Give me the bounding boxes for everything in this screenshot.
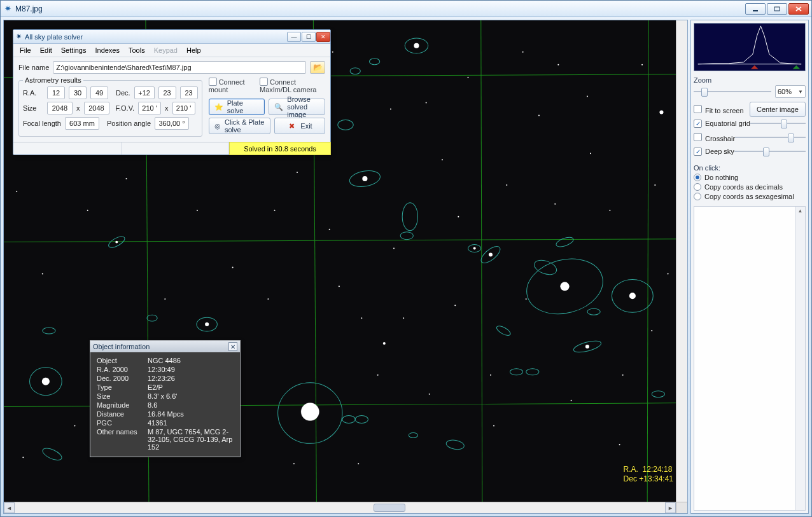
file-name-field[interactable]: Z:\giovannibenintende\Shared\Test\M87.jp… — [53, 61, 306, 74]
pos-angle-field[interactable]: 360,00 ° — [155, 117, 189, 130]
maximize-button[interactable] — [767, 3, 787, 15]
svg-point-104 — [393, 248, 395, 249]
svg-line-7 — [4, 239, 687, 242]
ra-label: R.A. — [23, 89, 43, 97]
deepsky-slider[interactable] — [734, 146, 806, 157]
menu-help[interactable]: Help — [183, 45, 205, 55]
object-info-titlebar[interactable]: Object information ✕ — [90, 341, 240, 352]
browse-solved-button[interactable]: 🔍 Browse solved image — [269, 99, 325, 115]
svg-point-49 — [585, 345, 589, 348]
info-scrollbar[interactable]: ▲ — [795, 207, 805, 510]
minimize-button[interactable] — [745, 3, 766, 15]
svg-point-69 — [506, 184, 507, 186]
histogram[interactable] — [694, 23, 806, 71]
zoom-combobox[interactable]: 60%▼ — [775, 85, 806, 98]
eqgrid-slider[interactable] — [750, 118, 806, 129]
svg-point-23 — [43, 327, 55, 334]
menu-file[interactable]: File — [16, 45, 35, 55]
menu-settings[interactable]: Settings — [57, 45, 90, 55]
plate-solve-button[interactable]: ⭐ Plate solve — [209, 99, 265, 115]
connect-maxim-checkbox[interactable]: Connect MaxIm/DL camera — [260, 78, 325, 93]
svg-point-74 — [668, 273, 669, 274]
deepsky-checkbox[interactable]: Deep sky — [694, 148, 734, 156]
menu-tools[interactable]: Tools — [125, 45, 149, 55]
focal-length-field[interactable]: 603 mm — [65, 117, 99, 130]
horizontal-scrollbar[interactable]: ◄ ► — [4, 502, 676, 513]
svg-marker-116 — [751, 65, 759, 69]
svg-rect-0 — [753, 10, 758, 11]
svg-point-16 — [400, 232, 413, 240]
vertical-scrollbar[interactable] — [676, 20, 687, 502]
solver-menu: File Edit Settings Indexes Tools Keypad … — [13, 44, 330, 57]
obj-info-value: NGC 4486 — [144, 356, 237, 365]
fov-h-field[interactable]: 210 ' — [172, 102, 195, 114]
onclick-do-nothing-radio[interactable]: Do nothing — [694, 174, 738, 181]
onclick-decimals-radio[interactable]: Copy coords as decimals — [694, 183, 783, 191]
svg-point-27 — [526, 369, 539, 375]
zoom-label: Zoom — [694, 76, 806, 84]
info-textbox[interactable]: ▲ — [694, 206, 806, 511]
table-row: Dec. 200012:23:26 — [93, 374, 237, 383]
app-window: ✷ M87.jpg — [0, 0, 812, 517]
menu-edit[interactable]: Edit — [36, 45, 56, 55]
obj-info-value: 41361 — [144, 418, 237, 427]
crosshair-slider[interactable] — [735, 132, 806, 143]
center-image-button[interactable]: Center image — [750, 102, 806, 117]
table-row: R.A. 200012:30:49 — [93, 365, 237, 374]
svg-point-54 — [383, 342, 386, 345]
dec-d-field[interactable]: +12 — [134, 86, 155, 99]
window-title: M87.jpg — [15, 4, 43, 13]
svg-point-36 — [147, 315, 157, 321]
close-button[interactable] — [788, 3, 809, 15]
fov-label: F.O.V. — [116, 104, 135, 112]
svg-point-51 — [115, 241, 118, 244]
browse-file-button[interactable]: 📂 — [310, 61, 325, 74]
menu-indexes[interactable]: Indexes — [91, 45, 123, 55]
svg-point-93 — [654, 184, 655, 186]
svg-point-41 — [301, 403, 319, 421]
svg-point-29 — [587, 308, 600, 315]
app-icon: ✷ — [4, 4, 11, 13]
fov-w-field[interactable]: 210 ' — [138, 102, 161, 114]
object-info-close-button[interactable]: ✕ — [228, 342, 237, 351]
solver-close-button[interactable]: ✕ — [316, 32, 330, 42]
onclick-sexagesimal-radio[interactable]: Copy coords as sexagesimal — [694, 193, 794, 200]
obj-info-key: Type — [93, 383, 144, 392]
size-label: Size — [23, 104, 43, 112]
focal-label: Focal length — [23, 120, 61, 127]
ra-h-field[interactable]: 12 — [47, 86, 65, 99]
scroll-thumb[interactable] — [374, 504, 405, 512]
svg-point-88 — [493, 425, 494, 426]
fit-to-screen-checkbox[interactable]: Fit to screen — [694, 105, 744, 114]
solver-icon: ✷ — [16, 32, 22, 41]
solve-status: Solved in 30.8 seconds — [229, 142, 331, 155]
target-icon: ◎ — [214, 121, 221, 131]
svg-point-101 — [297, 172, 298, 173]
solver-titlebar[interactable]: ✷ All sky plate solver — ☐ ✕ — [13, 30, 330, 44]
svg-point-28 — [555, 235, 575, 249]
zoom-slider[interactable] — [694, 86, 771, 97]
scroll-left-icon[interactable]: ◄ — [4, 502, 15, 513]
ra-s-field[interactable]: 49 — [90, 86, 108, 99]
dec-s-field[interactable]: 23 — [180, 86, 198, 99]
obj-info-value: 16.84 Mpcs — [144, 410, 237, 418]
dec-m-field[interactable]: 23 — [158, 86, 176, 99]
ra-m-field[interactable]: 30 — [69, 86, 87, 99]
svg-point-109 — [554, 203, 556, 205]
size-h-field[interactable]: 2048 — [84, 102, 109, 114]
table-row: Other namesM 87, UGC 7654, MCG 2-32-105,… — [93, 427, 237, 452]
scroll-right-icon[interactable]: ► — [665, 502, 676, 513]
solver-minimize-button[interactable]: — — [287, 32, 301, 42]
main-titlebar: ✷ M87.jpg — [1, 1, 811, 17]
svg-point-97 — [164, 298, 165, 300]
click-plate-solve-button[interactable]: ◎ Click & Plate solve — [209, 118, 270, 134]
connect-mount-checkbox[interactable]: Connect mount — [209, 78, 248, 93]
size-w-field[interactable]: 2048 — [47, 102, 73, 114]
solver-maximize-button[interactable]: ☐ — [302, 32, 316, 42]
svg-point-67 — [442, 159, 443, 160]
crosshair-checkbox[interactable]: Crosshair — [694, 133, 735, 142]
obj-info-key: Object — [93, 356, 144, 365]
svg-point-44 — [629, 293, 636, 299]
exit-button[interactable]: ✖ Exit — [274, 118, 325, 134]
equatorial-grid-checkbox[interactable]: Equatorial grid — [694, 120, 750, 128]
